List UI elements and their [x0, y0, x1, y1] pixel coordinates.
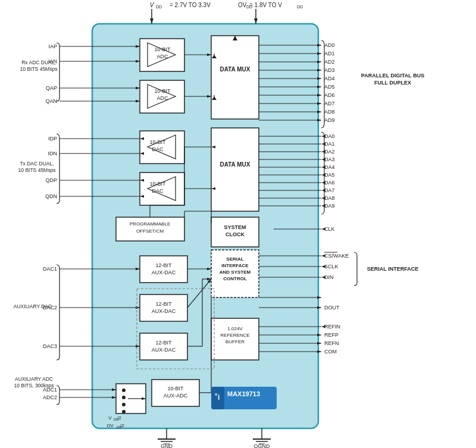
svg-text:AD6: AD6 [324, 92, 335, 98]
svg-text:AUX-DAC: AUX-DAC [152, 347, 176, 353]
svg-text:AD2: AD2 [324, 59, 335, 65]
svg-text:AD9: AD9 [324, 117, 335, 123]
svg-text:AD5: AD5 [324, 84, 335, 90]
svg-text:SERIAL INTERFACE: SERIAL INTERFACE [367, 266, 418, 272]
svg-text:DA7: DA7 [324, 187, 335, 193]
svg-text:10-BIT: 10-BIT [154, 88, 171, 94]
svg-text:IAP: IAP [48, 43, 57, 49]
svg-text:1.024V: 1.024V [227, 326, 243, 331]
svg-text:IDP: IDP [48, 136, 57, 142]
svg-text:12-BIT: 12-BIT [155, 340, 172, 346]
svg-text:PROGRAMMABLE: PROGRAMMABLE [130, 221, 170, 227]
svg-text:PARALLEL DIGITAL BUS: PARALLEL DIGITAL BUS [361, 73, 424, 79]
svg-text:AD8: AD8 [324, 109, 335, 115]
svg-text:10-BIT: 10-BIT [149, 181, 166, 187]
svg-rect-22 [211, 36, 259, 119]
svg-text:10-BIT: 10-BIT [154, 46, 171, 52]
svg-rect-32 [211, 128, 259, 211]
svg-text:QDN: QDN [45, 193, 57, 199]
svg-point-60 [122, 396, 126, 399]
svg-text:DA4: DA4 [324, 164, 335, 170]
svg-text:CLOCK: CLOCK [226, 231, 245, 237]
svg-text:DA9: DA9 [324, 203, 335, 209]
svg-text:AD1: AD1 [324, 51, 335, 57]
svg-text:10 BITS 45Msps: 10 BITS 45Msps [18, 167, 56, 173]
svg-text:AUXILIARY ADC: AUXILIARY ADC [15, 376, 53, 382]
svg-text:DAC: DAC [152, 188, 164, 194]
svg-text:DA6: DA6 [324, 180, 335, 186]
svg-point-62 [122, 410, 126, 413]
svg-text:QAP: QAP [46, 85, 57, 91]
svg-text:AD3: AD3 [324, 67, 335, 73]
svg-text:10-BIT: 10-BIT [149, 139, 166, 145]
svg-text:AD4: AD4 [324, 76, 335, 82]
svg-text:Rx ADC DUAL,: Rx ADC DUAL, [21, 59, 56, 65]
svg-text:AUX-ADC: AUX-ADC [164, 393, 188, 399]
svg-text:AUX-DAC: AUX-DAC [152, 270, 176, 275]
svg-text:DA1: DA1 [324, 141, 335, 147]
svg-text:DD: DD [156, 5, 162, 9]
diagram-container: V DD = 2.7V TO 3.3V OV DD = 1.8V TO V DD… [0, 0, 476, 448]
svg-text:DATA MUX: DATA MUX [220, 66, 250, 73]
svg-text:CONTROL: CONTROL [223, 276, 247, 281]
svg-text:OV: OV [238, 2, 247, 8]
svg-text:ADC: ADC [156, 95, 168, 101]
svg-text:DD: DD [297, 5, 303, 9]
svg-text:SERIAL: SERIAL [226, 256, 243, 262]
svg-text:DA5: DA5 [324, 172, 335, 178]
svg-text:12-BIT: 12-BIT [155, 301, 172, 307]
svg-text:SCLK: SCLK [324, 264, 339, 270]
svg-text:REFP: REFP [324, 332, 339, 338]
svg-text:BUFFER: BUFFER [226, 339, 245, 344]
svg-text:= 2.7V TO 3.3V: = 2.7V TO 3.3V [170, 2, 211, 8]
svg-text:ADC: ADC [156, 54, 168, 59]
svg-text:x: x [215, 391, 218, 397]
svg-text:/2: /2 [117, 415, 121, 421]
svg-text:QAN: QAN [45, 98, 57, 104]
svg-text:ADC2: ADC2 [43, 394, 57, 400]
svg-text:OFFSET/CM: OFFSET/CM [136, 228, 164, 234]
svg-text:DATA MUX: DATA MUX [220, 161, 250, 168]
svg-text:AUXILIARY DAC: AUXILIARY DAC [14, 303, 52, 309]
svg-text:AD0: AD0 [324, 42, 335, 48]
svg-text:DAC1: DAC1 [43, 266, 57, 272]
svg-text:FULL DUPLEX: FULL DUPLEX [374, 80, 411, 86]
svg-text:INTERFACE: INTERFACE [221, 263, 249, 268]
svg-text:QDP: QDP [45, 177, 57, 183]
svg-text:OGND: OGND [254, 443, 271, 448]
svg-text:/2: /2 [120, 423, 124, 428]
svg-text:OV: OV [107, 423, 114, 428]
svg-text:DA0: DA0 [324, 133, 335, 139]
svg-text:SYSTEM: SYSTEM [224, 224, 246, 230]
svg-text:Tx DAC DUAL,: Tx DAC DUAL, [20, 161, 54, 167]
svg-text:REFERENCE: REFERENCE [220, 333, 249, 338]
svg-text:10 BITS, 300ksps: 10 BITS, 300ksps [14, 383, 54, 389]
svg-text:10 BITS 45Msps: 10 BITS 45Msps [20, 66, 58, 72]
svg-text:i: i [218, 393, 220, 402]
svg-text:DIN: DIN [324, 274, 334, 280]
svg-text:AD7: AD7 [324, 101, 335, 106]
svg-text:COM: COM [324, 349, 337, 355]
svg-text:AUX-DAC: AUX-DAC [152, 308, 176, 314]
svg-text:DA3: DA3 [324, 156, 335, 162]
svg-text:10-BIT: 10-BIT [167, 386, 184, 391]
svg-text:12-BIT: 12-BIT [155, 262, 172, 268]
svg-text:CS/WAKE: CS/WAKE [324, 253, 349, 259]
svg-text:GND: GND [161, 443, 173, 448]
svg-text:V: V [108, 415, 112, 421]
svg-text:= 1.8V TO V: = 1.8V TO V [249, 2, 282, 8]
svg-text:DOUT: DOUT [324, 305, 340, 311]
svg-text:REFN: REFN [324, 340, 339, 346]
svg-text:DA8: DA8 [324, 195, 335, 201]
svg-text:AND SYSTEM: AND SYSTEM [220, 270, 251, 275]
svg-text:MAX19713: MAX19713 [227, 390, 260, 397]
svg-text:REFIN: REFIN [324, 324, 340, 330]
svg-text:DAC: DAC [152, 146, 164, 152]
svg-point-61 [122, 403, 126, 406]
svg-text:CLK: CLK [324, 226, 335, 232]
svg-text:DAC3: DAC3 [43, 343, 57, 349]
svg-point-59 [122, 389, 126, 392]
svg-text:DA2: DA2 [324, 149, 335, 155]
svg-text:IDN: IDN [48, 151, 58, 156]
